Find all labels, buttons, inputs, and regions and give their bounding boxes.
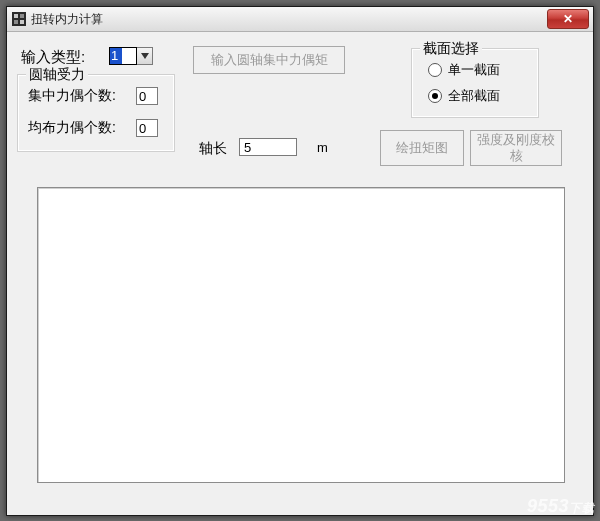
- window-title: 扭转内力计算: [31, 11, 103, 28]
- radio-icon: [428, 89, 442, 103]
- svg-rect-1: [14, 14, 18, 18]
- svg-marker-5: [141, 53, 149, 59]
- radio-single-section[interactable]: 单一截面: [428, 61, 500, 79]
- concentrated-label: 集中力偶个数:: [28, 87, 116, 105]
- client-area: 输入类型: 1 输入圆轴集中力偶矩 圆轴受力 集中力偶个数: 均布力偶个数: 截…: [7, 32, 593, 515]
- close-button[interactable]: ✕: [547, 9, 589, 29]
- distributed-label: 均布力偶个数:: [28, 119, 116, 137]
- input-torque-label: 输入圆轴集中力偶矩: [211, 52, 328, 68]
- shaft-force-group: 圆轴受力 集中力偶个数: 均布力偶个数:: [17, 74, 175, 152]
- draw-diagram-label: 绘扭矩图: [396, 140, 448, 156]
- radio-all-sections[interactable]: 全部截面: [428, 87, 500, 105]
- chevron-down-icon[interactable]: [137, 47, 153, 65]
- input-torque-button[interactable]: 输入圆轴集中力偶矩: [193, 46, 345, 74]
- svg-rect-4: [20, 20, 24, 24]
- title-bar: 扭转内力计算 ✕: [7, 7, 593, 32]
- section-select-group: 截面选择 单一截面 全部截面: [411, 48, 539, 118]
- app-window: 扭转内力计算 ✕ 输入类型: 1 输入圆轴集中力偶矩 圆轴受力 集中力偶个数: …: [6, 6, 594, 516]
- shaft-force-legend: 圆轴受力: [26, 66, 88, 84]
- radio-all-label: 全部截面: [448, 87, 500, 105]
- draw-diagram-button[interactable]: 绘扭矩图: [380, 130, 464, 166]
- app-icon: [11, 11, 27, 27]
- input-type-combo[interactable]: 1: [109, 47, 153, 65]
- shaft-length-label: 轴长: [199, 140, 227, 158]
- drawing-canvas: [37, 187, 565, 483]
- concentrated-input[interactable]: [136, 87, 158, 105]
- radio-single-label: 单一截面: [448, 61, 500, 79]
- shaft-length-input[interactable]: [239, 138, 297, 156]
- strength-check-button[interactable]: 强度及刚度校核: [470, 130, 562, 166]
- strength-check-label: 强度及刚度校核: [471, 132, 561, 163]
- distributed-input[interactable]: [136, 119, 158, 137]
- shaft-length-unit: m: [317, 140, 328, 155]
- section-select-legend: 截面选择: [420, 40, 482, 58]
- input-type-label: 输入类型:: [21, 48, 85, 67]
- radio-icon: [428, 63, 442, 77]
- close-icon: ✕: [563, 12, 573, 26]
- svg-rect-2: [20, 14, 24, 18]
- svg-rect-3: [14, 20, 18, 24]
